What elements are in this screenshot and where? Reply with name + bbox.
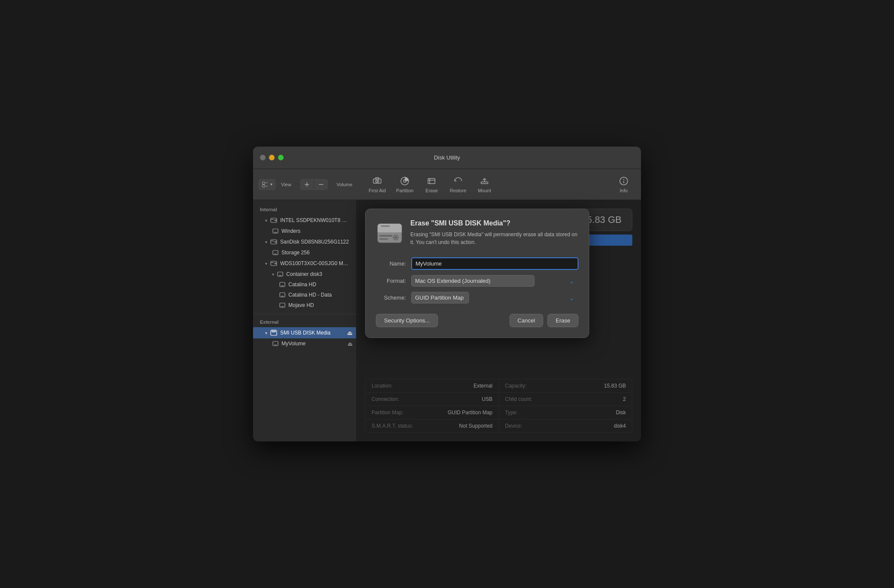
chevron-down-icon: ▾ [265, 331, 267, 335]
svg-rect-58 [379, 238, 388, 240]
volume-icon [279, 281, 286, 288]
name-label: Name: [376, 260, 406, 267]
view-label: View [281, 182, 291, 187]
close-button[interactable] [260, 155, 266, 160]
volume-group [300, 179, 328, 190]
sidebar-item-smi-usb[interactable]: ▾ SMI USB DISK Media ⏏ [253, 327, 356, 338]
format-select[interactable]: Mac OS Extended (Journaled) Mac OS Exten… [411, 275, 535, 287]
name-input[interactable] [411, 257, 578, 270]
info-icon [619, 176, 629, 186]
sidebar-item-myvolume[interactable]: MyVolume ⏏ [253, 338, 356, 349]
dialog-header: Erase "SMI USB DISK Media"? Erasing "SMI… [376, 219, 578, 247]
external-section-label: External [253, 318, 356, 327]
format-select-wrapper: Mac OS Extended (Journaled) Mac OS Exten… [411, 275, 578, 287]
internal-section-label: Internal [253, 205, 356, 215]
view-button[interactable]: ▾ [258, 179, 276, 190]
add-volume-button[interactable] [300, 179, 314, 190]
minimize-button[interactable] [269, 155, 275, 160]
sidebar-item-label: Container disk3 [286, 271, 322, 277]
content-area: 15.83 GB Location: External Capacity: 15… [356, 200, 641, 441]
volume-label: Volume [337, 182, 353, 187]
volume-icon [279, 291, 286, 298]
name-field-row: Name: [376, 257, 578, 270]
svg-rect-1 [263, 185, 265, 187]
dialog-overlay: Erase "SMI USB DISK Media"? Erasing "SMI… [356, 200, 641, 441]
restore-button[interactable]: Restore [445, 173, 471, 196]
sidebar-item-mojave-hd[interactable]: Mojave HD [253, 300, 356, 310]
svg-point-24 [275, 220, 276, 221]
dialog-text: Erase "SMI USB DISK Media"? Erasing "SMI… [410, 219, 578, 247]
sidebar-item-sandisk[interactable]: ▾ SanDisk SD8SN8U256G1122 [253, 236, 356, 247]
svg-rect-44 [271, 330, 277, 335]
traffic-lights [260, 155, 284, 160]
dialog-actions: Security Options... Cancel Erase [376, 314, 578, 327]
sidebar-item-winders[interactable]: Winders [253, 226, 356, 236]
add-icon [303, 181, 310, 188]
sidebar-item-label: WDS100T3X0C-00SJG0 Me... [280, 260, 349, 266]
firstaid-label: First Aid [369, 188, 386, 193]
eject-icon[interactable]: ⏏ [347, 341, 353, 347]
sidebar-item-wds100[interactable]: ▾ WDS100T3X0C-00SJG0 Me... [253, 258, 356, 269]
partition-button[interactable]: Partition [392, 173, 418, 196]
disk-icon [270, 216, 278, 224]
chevron-down-icon: ▾ [265, 261, 267, 266]
svg-rect-18 [481, 182, 488, 184]
mount-label: Mount [478, 188, 491, 193]
sidebar-item-catalina-hd[interactable]: Catalina HD [253, 279, 356, 290]
dialog-description: Erasing "SMI USB DISK Media" will perman… [410, 231, 578, 246]
view-icon [262, 181, 269, 188]
svg-rect-57 [379, 235, 392, 237]
sidebar-item-label: Catalina HD - Data [288, 292, 332, 298]
volume-icon [277, 271, 284, 278]
info-button[interactable]: Info [612, 173, 636, 196]
mount-button[interactable]: Mount [472, 173, 497, 196]
sidebar-item-label: Winders [281, 228, 300, 234]
sidebar: Internal ▾ INTEL SSDPEKNW010T8 Me... Win… [253, 200, 356, 441]
mount-icon [479, 176, 490, 186]
firstaid-icon [372, 176, 382, 186]
remove-volume-button[interactable] [314, 179, 328, 190]
sidebar-item-label: Mojave HD [288, 302, 314, 308]
security-options-button[interactable]: Security Options... [376, 314, 438, 327]
sidebar-item-catalina-hd-data[interactable]: Catalina HD - Data [253, 290, 356, 300]
format-field-row: Format: Mac OS Extended (Journaled) Mac … [376, 275, 578, 287]
chevron-down-icon: ▾ [265, 240, 267, 244]
disk-icon [270, 238, 278, 246]
sidebar-item-storage256[interactable]: Storage 256 [253, 247, 356, 258]
erase-dialog: Erase "SMI USB DISK Media"? Erasing "SMI… [365, 209, 589, 338]
svg-point-56 [395, 237, 397, 238]
scheme-select[interactable]: GUID Partition Map Master Boot Record Ap… [411, 292, 469, 303]
erase-icon [426, 176, 437, 186]
cancel-button[interactable]: Cancel [510, 314, 543, 327]
svg-rect-54 [381, 225, 390, 227]
partition-label: Partition [396, 188, 413, 193]
disk-icon [270, 329, 278, 337]
eject-icon[interactable]: ⏏ [347, 329, 353, 336]
svg-point-34 [275, 263, 276, 264]
main-window: Disk Utility ▾ View [253, 147, 641, 441]
restore-icon [453, 176, 463, 186]
sidebar-item-label: MyVolume [281, 341, 345, 347]
dialog-disk-icon [376, 219, 403, 247]
sidebar-divider [253, 314, 356, 314]
main-area: Internal ▾ INTEL SSDPEKNW010T8 Me... Win… [253, 200, 641, 441]
volume-icon [272, 249, 279, 256]
erase-button[interactable]: Erase [547, 314, 578, 327]
scheme-label: Scheme: [376, 294, 406, 301]
sidebar-item-container-disk3[interactable]: ▾ Container disk3 [253, 269, 356, 279]
chevron-down-icon: ▾ [272, 272, 274, 277]
toolbar: ▾ View Volume [253, 169, 641, 200]
sidebar-item-label: INTEL SSDPEKNW010T8 Me... [280, 217, 349, 223]
scheme-select-wrapper: GUID Partition Map Master Boot Record Ap… [411, 292, 578, 303]
svg-point-29 [275, 241, 276, 243]
dialog-title: Erase "SMI USB DISK Media"? [410, 219, 578, 227]
disk-icon [270, 260, 278, 267]
sidebar-item-intel-ssd[interactable]: ▾ INTEL SSDPEKNW010T8 Me... [253, 215, 356, 226]
firstaid-button[interactable]: First Aid [364, 173, 390, 196]
window-title: Disk Utility [434, 154, 460, 161]
sidebar-item-label: Catalina HD [288, 281, 316, 288]
sidebar-item-label: Storage 256 [281, 250, 309, 256]
maximize-button[interactable] [278, 155, 284, 160]
erase-button[interactable]: Erase [419, 173, 444, 196]
chevron-down-icon: ▾ [265, 218, 267, 223]
